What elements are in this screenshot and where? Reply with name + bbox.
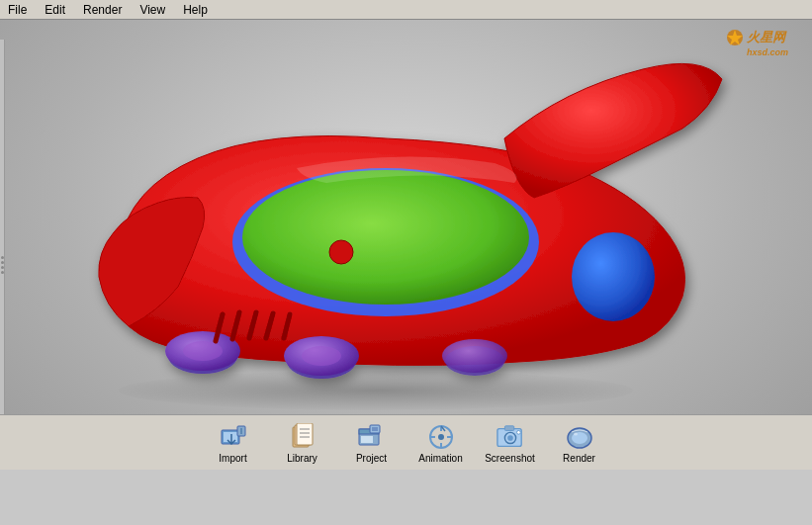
- svg-point-7: [572, 232, 655, 321]
- import-icon: [220, 423, 247, 451]
- screenshot-icon: [496, 423, 524, 451]
- svg-text:火星网: 火星网: [746, 30, 787, 44]
- svg-point-6: [329, 240, 353, 264]
- project-button[interactable]: Project: [337, 417, 406, 469]
- svg-point-49: [507, 435, 513, 441]
- svg-point-13: [302, 346, 341, 366]
- viewport: 火星网 hxsd.com: [0, 20, 812, 470]
- svg-point-41: [438, 434, 444, 440]
- animation-label: Animation: [418, 453, 462, 464]
- handle-dots: [1, 256, 4, 274]
- project-icon: [358, 423, 386, 451]
- menu-help[interactable]: Help: [179, 3, 212, 17]
- project-label: Project: [356, 453, 387, 464]
- svg-point-54: [574, 433, 578, 436]
- svg-point-15: [442, 339, 507, 373]
- screenshot-label: Screenshot: [485, 453, 535, 464]
- menu-edit[interactable]: Edit: [41, 3, 69, 17]
- svg-point-51: [516, 430, 520, 434]
- animation-icon: [427, 423, 455, 451]
- 3d-model: [49, 49, 742, 445]
- library-label: Library: [287, 453, 317, 464]
- menubar: File Edit Render View Help: [0, 0, 812, 20]
- menu-view[interactable]: View: [135, 3, 169, 17]
- render-button[interactable]: Render: [545, 417, 614, 469]
- toolbar: Import Library: [0, 414, 812, 470]
- svg-rect-30: [297, 423, 313, 445]
- svg-point-5: [242, 170, 529, 305]
- svg-rect-36: [370, 425, 380, 433]
- library-button[interactable]: Library: [268, 417, 337, 469]
- import-button[interactable]: Import: [199, 417, 268, 469]
- import-label: Import: [219, 453, 246, 464]
- render-label: Render: [563, 453, 595, 464]
- svg-text:hxsd.com: hxsd.com: [747, 47, 788, 57]
- screenshot-button[interactable]: Screenshot: [476, 417, 545, 469]
- animation-button[interactable]: Animation: [406, 417, 476, 469]
- menu-file[interactable]: File: [4, 3, 31, 17]
- svg-rect-39: [361, 436, 373, 443]
- library-icon: [289, 423, 316, 451]
- resize-handle[interactable]: [0, 40, 5, 470]
- render-icon: [566, 423, 593, 451]
- svg-rect-50: [504, 426, 513, 431]
- menu-render[interactable]: Render: [79, 3, 126, 17]
- svg-point-10: [183, 341, 223, 361]
